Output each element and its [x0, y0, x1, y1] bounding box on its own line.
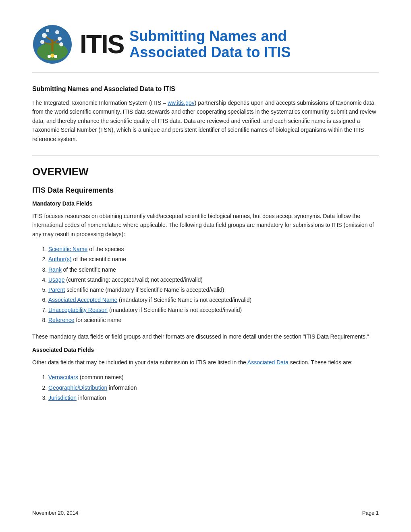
mandatory-fields-list: Scientific Name of the species Author(s)… [48, 244, 379, 326]
overview-heading: OVERVIEW [32, 166, 379, 178]
svg-point-7 [42, 33, 47, 38]
svg-point-13 [50, 54, 54, 58]
footer: November 20, 2014 Page 1 [32, 510, 379, 516]
list-item-suffix: of the scientific name [62, 266, 116, 273]
list-item-suffix: (common names) [78, 374, 124, 380]
list-item: Geographic/Distribution information [48, 383, 379, 393]
list-item: Usage (current standing: accepted/valid;… [48, 275, 379, 285]
header: ITIS Submitting Names and Associated Dat… [32, 24, 379, 73]
header-title-block: Submitting Names and Associated Data to … [129, 28, 291, 60]
itis-data-requirements-title: ITIS Data Requirements [32, 186, 379, 195]
usage-link[interactable]: Usage [48, 276, 64, 283]
associated-accepted-name-link[interactable]: Associated Accepted Name [48, 297, 117, 303]
rank-link[interactable]: Rank [48, 266, 62, 273]
section-divider [32, 156, 379, 156]
svg-point-14 [48, 55, 51, 58]
unacceptability-reason-link[interactable]: Unacceptability Reason [48, 307, 108, 313]
list-item-suffix: of the scientific name [72, 256, 126, 262]
itis-logo [32, 24, 73, 64]
mandatory-fields-intro: ITIS focuses resources on obtaining curr… [32, 212, 379, 239]
section-heading: Submitting Names and Associated Data to … [32, 85, 379, 93]
list-item: Author(s) of the scientific name [48, 254, 379, 264]
brand-block: ITIS Submitting Names and Associated Dat… [80, 28, 291, 60]
itis-website-link[interactable]: ww.itis.gov [168, 100, 195, 106]
associated-data-link[interactable]: Associated Data [247, 359, 289, 366]
list-item: Scientific Name of the species [48, 244, 379, 254]
list-item-suffix: (mandatory if Scientific Name is not acc… [117, 297, 251, 303]
svg-rect-2 [51, 39, 54, 52]
parent-link[interactable]: Parent [48, 287, 65, 293]
list-item: Rank of the scientific name [48, 265, 379, 275]
list-item-suffix: of the species [87, 246, 124, 252]
associated-fields-text2: section. These fields are: [289, 359, 353, 366]
svg-point-10 [59, 42, 63, 46]
list-item-suffix: (mandatory if Scientific Name is not acc… [108, 307, 242, 313]
list-item-suffix: information [107, 384, 137, 391]
list-item: Unacceptability Reason (mandatory if Sci… [48, 305, 379, 315]
header-title-line2: Associated Data to ITIS [129, 44, 291, 60]
geographic-distribution-link[interactable]: Geographic/Distribution [48, 384, 107, 391]
list-item: Parent scientific name (mandatory if Sci… [48, 285, 379, 295]
itis-wordmark: ITIS [80, 29, 124, 59]
associated-fields-title: Associated Data Fields [32, 347, 379, 353]
associated-fields-text1: Other data fields that may be included i… [32, 359, 247, 366]
mandatory-fields-title: Mandatory Data Fields [32, 200, 379, 207]
footer-date: November 20, 2014 [32, 510, 78, 516]
associated-fields-intro: Other data fields that may be included i… [32, 358, 379, 367]
svg-point-11 [55, 30, 59, 34]
intro-paragraph: The Integrated Taxonomic Information Sys… [32, 98, 379, 143]
list-item-suffix: scientific name (mandatory if Scientific… [65, 287, 224, 293]
list-item: Vernaculars (common names) [48, 372, 379, 382]
page: ITIS Submitting Names and Associated Dat… [0, 0, 411, 532]
vernaculars-link[interactable]: Vernaculars [48, 374, 78, 380]
reference-link[interactable]: Reference [48, 317, 75, 323]
header-title-line1: Submitting Names and [129, 28, 291, 44]
intro-text-part1: The Integrated Taxonomic Information Sys… [32, 100, 168, 106]
list-item: Reference for scientific name [48, 315, 379, 325]
scientific-name-link[interactable]: Scientific Name [48, 246, 87, 252]
list-item-suffix: (current standing: accepted/valid; not a… [64, 276, 202, 283]
svg-point-9 [40, 40, 44, 44]
svg-point-15 [54, 55, 57, 58]
svg-point-8 [58, 37, 62, 41]
list-item: Jurisdiction information [48, 393, 379, 403]
mandatory-fields-outro: These mandatory data fields or field gro… [32, 332, 379, 341]
authors-link[interactable]: Author(s) [48, 256, 72, 262]
associated-fields-list: Vernaculars (common names) Geographic/Di… [48, 372, 379, 403]
jurisdiction-link[interactable]: Jurisdiction [48, 395, 77, 401]
list-item-suffix: information [77, 395, 106, 401]
footer-page: Page 1 [362, 510, 379, 516]
svg-point-12 [46, 29, 49, 32]
list-item: Associated Accepted Name (mandatory if S… [48, 295, 379, 305]
list-item-suffix: for scientific name [75, 317, 122, 323]
